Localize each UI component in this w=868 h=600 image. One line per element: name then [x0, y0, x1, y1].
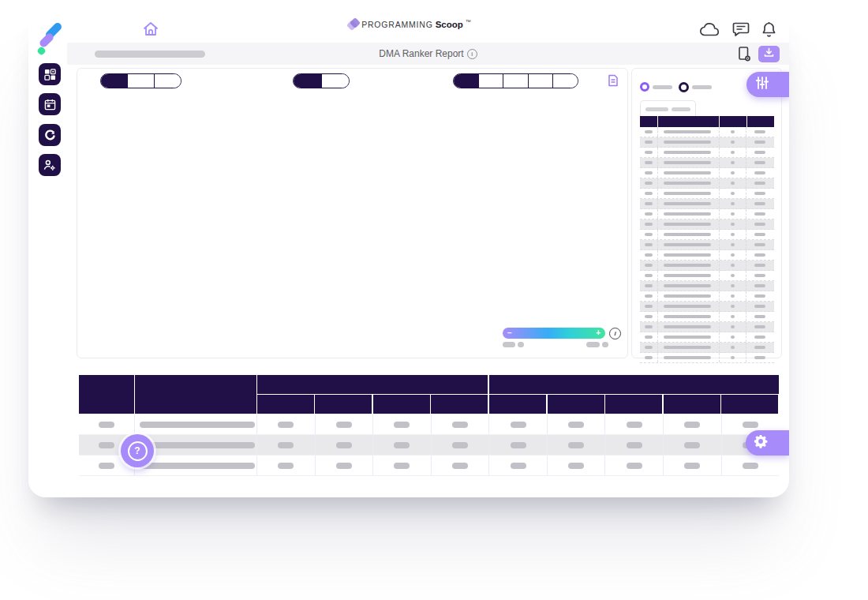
mini-table-cell — [640, 199, 657, 208]
mini-table-row[interactable] — [640, 209, 774, 219]
mini-table-row[interactable] — [640, 343, 774, 353]
mini-table-cell — [719, 343, 746, 352]
radio-option-selected[interactable] — [640, 82, 649, 92]
mini-table-row[interactable] — [640, 178, 774, 189]
value-skeleton — [568, 422, 584, 428]
table-cell-metric — [315, 456, 373, 475]
mini-table-cell — [719, 199, 746, 208]
mini-table-cell — [746, 127, 773, 137]
mini-table-row[interactable] — [640, 148, 774, 158]
table-subheader-cell[interactable] — [315, 395, 372, 414]
sidebar-item-sync[interactable] — [39, 124, 61, 146]
panel-tab[interactable] — [640, 100, 696, 117]
help-button[interactable]: ? — [121, 434, 154, 467]
value-skeleton — [664, 336, 711, 339]
table-subheader-cell[interactable] — [431, 395, 488, 414]
mini-table-cell — [657, 209, 719, 219]
segment-option[interactable] — [101, 74, 127, 88]
bell-icon[interactable] — [761, 21, 776, 39]
table-cell-metric — [256, 456, 315, 475]
mini-table-row[interactable] — [640, 281, 774, 291]
value-skeleton — [731, 274, 735, 277]
table-subheader-cell[interactable] — [548, 395, 604, 414]
table-row[interactable] — [79, 456, 779, 476]
file-export-icon[interactable] — [737, 45, 753, 62]
value-skeleton — [336, 442, 352, 448]
mini-table-row[interactable] — [640, 302, 774, 312]
mini-table-row[interactable] — [640, 240, 774, 250]
table-subheader-cell[interactable] — [489, 395, 546, 414]
gradient-scale[interactable]: − + — [503, 328, 605, 339]
cloud-icon[interactable] — [699, 22, 720, 38]
segment-option[interactable] — [503, 74, 528, 88]
mini-table-row[interactable] — [640, 219, 774, 230]
mini-table-header-cell[interactable] — [640, 116, 657, 127]
value-skeleton — [731, 171, 735, 174]
segment-option[interactable] — [528, 74, 553, 88]
table-subheader-cell[interactable] — [721, 395, 778, 414]
mini-table-cell — [657, 291, 719, 301]
mini-table-row[interactable] — [640, 271, 774, 281]
document-icon[interactable] — [608, 74, 619, 90]
mini-table-row[interactable] — [640, 312, 774, 322]
sidebar — [28, 11, 68, 497]
mode-radio-group — [640, 81, 715, 92]
sidebar-item-calendar[interactable] — [39, 93, 61, 115]
mini-table-row[interactable] — [640, 250, 774, 261]
mini-table-row[interactable] — [640, 322, 774, 332]
value-skeleton — [664, 182, 711, 185]
download-button[interactable] — [758, 46, 780, 62]
mini-table-row[interactable] — [640, 168, 774, 178]
mini-table-row[interactable] — [640, 158, 774, 168]
sidebar-item-user-settings[interactable] — [39, 154, 61, 176]
table-subheader-cell[interactable] — [373, 395, 430, 414]
title-info-icon[interactable]: i — [467, 49, 477, 59]
table-header-name[interactable] — [135, 375, 256, 414]
segment-option[interactable] — [321, 74, 350, 88]
mini-table-cell — [657, 127, 719, 137]
segment-option[interactable] — [154, 74, 181, 88]
segment-option[interactable] — [552, 74, 578, 88]
table-header-rank[interactable] — [79, 375, 134, 414]
table-subheader-cell[interactable] — [605, 395, 662, 414]
value-skeleton — [645, 253, 653, 257]
mini-table-row[interactable] — [640, 332, 774, 343]
radio-option-unselected[interactable] — [679, 82, 689, 92]
mini-table-header-cell[interactable] — [747, 116, 774, 127]
table-row[interactable] — [79, 435, 779, 456]
segment-option[interactable] — [294, 74, 321, 88]
mini-table-cell — [719, 189, 746, 198]
table-subheader-cell[interactable] — [257, 395, 314, 414]
mini-table-cell — [640, 281, 657, 291]
mini-table-header-cell[interactable] — [720, 116, 746, 127]
chat-icon[interactable] — [732, 22, 750, 38]
mini-table-row[interactable] — [640, 127, 774, 137]
mini-table-row[interactable] — [640, 261, 774, 271]
legend-info-icon[interactable]: i — [609, 328, 621, 339]
value-skeleton — [664, 264, 711, 267]
table-subheader-cell[interactable] — [664, 395, 720, 414]
mini-table-row[interactable] — [640, 137, 774, 148]
segmented-control-3[interactable] — [453, 73, 578, 88]
logo-shape-green — [36, 46, 47, 56]
segment-option[interactable] — [127, 74, 154, 88]
segmented-control-2[interactable] — [293, 73, 350, 88]
filter-button[interactable] — [746, 72, 789, 97]
filter-sliders-icon — [755, 76, 769, 93]
segment-option[interactable] — [478, 74, 503, 88]
mini-table-row[interactable] — [640, 189, 774, 199]
page-title: DMA Ranker Report — [379, 48, 463, 59]
sidebar-item-dashboard[interactable] — [39, 63, 61, 85]
mini-table-header-cell[interactable] — [658, 116, 720, 127]
table-settings-button[interactable] — [746, 430, 789, 456]
mini-table-row[interactable] — [640, 353, 774, 363]
table-cell-metric — [604, 435, 663, 455]
mini-table-row[interactable] — [640, 230, 774, 240]
segmented-control-1[interactable] — [100, 73, 181, 88]
mini-table-row[interactable] — [640, 199, 774, 209]
value-skeleton — [743, 422, 758, 428]
table-row[interactable] — [79, 414, 779, 435]
segment-option[interactable] — [454, 74, 478, 88]
mini-table-row[interactable] — [640, 291, 774, 302]
value-skeleton — [99, 422, 114, 428]
